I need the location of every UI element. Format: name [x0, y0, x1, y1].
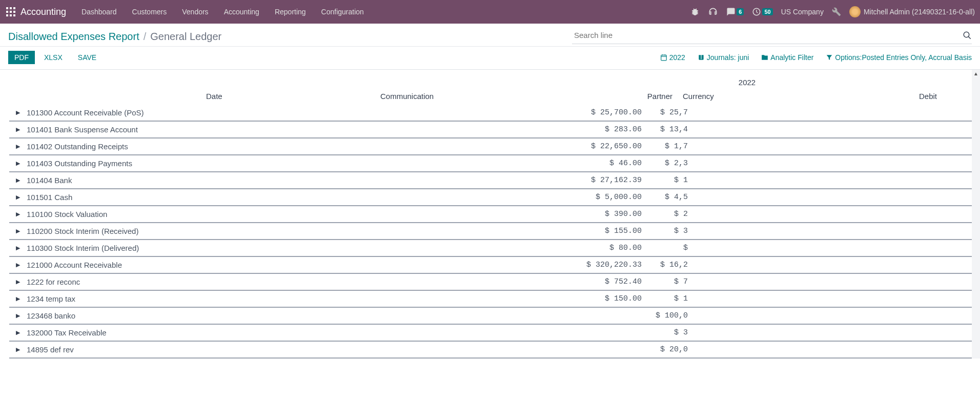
credit-value: $ — [647, 244, 689, 252]
credit-value: $ 20,0 — [647, 345, 689, 354]
filter-options[interactable]: Options:Posted Entries Only, Accrual Bas… — [826, 53, 972, 62]
account-name[interactable]: 101403 Outstanding Payments — [27, 159, 534, 168]
caret-right-icon[interactable]: ▶ — [9, 329, 27, 336]
filter-controls: 2022 Journals: juni Analytic Filter Opti… — [660, 53, 972, 62]
account-name[interactable]: 101401 Bank Suspense Account — [27, 125, 534, 134]
messages-icon[interactable]: 6 — [726, 7, 744, 16]
filter-date[interactable]: 2022 — [660, 53, 685, 62]
debit-value: $ 27,162.39 — [534, 176, 647, 185]
filter-analytic[interactable]: Analytic Filter — [761, 53, 813, 62]
table-row[interactable]: ▶110200 Stock Interim (Received)$ 155.00… — [9, 223, 980, 240]
vertical-scrollbar[interactable]: ▲ — [972, 70, 980, 359]
debit-value: $ 5,000.00 — [534, 193, 647, 202]
col-partner: Partner — [621, 92, 672, 101]
bug-icon[interactable] — [690, 7, 700, 16]
table-row[interactable]: ▶101300 Account Receivable (PoS)$ 25,700… — [9, 105, 980, 122]
caret-right-icon[interactable]: ▶ — [9, 194, 27, 201]
activities-icon[interactable]: 50 — [752, 7, 772, 16]
table-row[interactable]: ▶132000 Tax Receivable$ 3 — [9, 325, 980, 342]
caret-right-icon[interactable]: ▶ — [9, 295, 27, 302]
col-communication: Communication — [268, 92, 621, 101]
pdf-button[interactable]: PDF — [8, 51, 35, 64]
caret-right-icon[interactable]: ▶ — [9, 160, 27, 167]
svg-rect-7 — [10, 14, 12, 16]
caret-right-icon[interactable]: ▶ — [9, 211, 27, 217]
account-name[interactable]: 110100 Stock Valuation — [27, 210, 534, 219]
caret-right-icon[interactable]: ▶ — [9, 143, 27, 150]
subheader: Disallowed Expenses Report / General Led… — [0, 24, 980, 47]
caret-right-icon[interactable]: ▶ — [9, 228, 27, 234]
breadcrumb-first[interactable]: Disallowed Expenses Report — [8, 31, 139, 43]
search-icon[interactable] — [963, 31, 972, 40]
table-row[interactable]: ▶14895 def rev$ 20,0 — [9, 342, 980, 359]
apps-icon[interactable] — [5, 6, 16, 17]
xlsx-button[interactable]: XLSX — [38, 51, 69, 64]
credit-value: $ 2 — [647, 210, 689, 219]
account-name[interactable]: 123468 banko — [27, 311, 534, 320]
account-name[interactable]: 101300 Account Receivable (PoS) — [27, 108, 534, 117]
account-name[interactable]: 110200 Stock Interim (Received) — [27, 227, 534, 235]
menu-customers[interactable]: Customers — [132, 8, 167, 16]
account-name[interactable]: 1234 temp tax — [27, 294, 534, 303]
filter-journals[interactable]: Journals: juni — [698, 53, 749, 62]
caret-right-icon[interactable]: ▶ — [9, 346, 27, 353]
filter-analytic-label: Analytic Filter — [770, 53, 813, 62]
menu-dashboard[interactable]: Dashboard — [81, 8, 117, 16]
table-row[interactable]: ▶101402 Outstanding Receipts$ 22,650.00$… — [9, 138, 980, 155]
caret-right-icon[interactable]: ▶ — [9, 279, 27, 285]
account-name[interactable]: 121000 Account Receivable — [27, 261, 534, 269]
caret-right-icon[interactable]: ▶ — [9, 262, 27, 268]
table-row[interactable]: ▶121000 Account Receivable$ 320,220.33$ … — [9, 257, 980, 274]
scroll-up-icon[interactable]: ▲ — [972, 70, 980, 77]
account-name[interactable]: 1222 for reconc — [27, 277, 534, 286]
table-row[interactable]: ▶101501 Cash$ 5,000.00$ 4,5 — [9, 189, 980, 206]
column-headers: Date Communication Partner Currency Debi… — [9, 90, 980, 105]
account-name[interactable]: 132000 Tax Receivable — [27, 328, 534, 337]
filter-journals-label: Journals: juni — [707, 53, 749, 62]
table-row[interactable]: ▶101404 Bank$ 27,162.39$ 1 — [9, 172, 980, 189]
menu-accounting[interactable]: Accounting — [224, 8, 259, 16]
credit-value: $ 3 — [647, 227, 689, 235]
search-box — [572, 29, 972, 44]
user-name: Mitchell Admin (21490321-16-0-all) — [864, 8, 975, 16]
credit-value: $ 13,4 — [647, 125, 689, 134]
account-name[interactable]: 110300 Stock Interim (Delivered) — [27, 244, 534, 252]
support-icon[interactable] — [708, 7, 718, 17]
debit-value: $ 283.06 — [534, 125, 647, 134]
caret-right-icon[interactable]: ▶ — [9, 109, 27, 116]
account-name[interactable]: 14895 def rev — [27, 345, 534, 354]
avatar — [849, 6, 861, 17]
table-row[interactable]: ▶1234 temp tax$ 150.00$ 1 — [9, 291, 980, 308]
book-icon — [698, 54, 705, 61]
table-row[interactable]: ▶101401 Bank Suspense Account$ 283.06$ 1… — [9, 122, 980, 138]
user-menu[interactable]: Mitchell Admin (21490321-16-0-all) — [849, 6, 975, 17]
col-date: Date — [206, 92, 268, 101]
caret-right-icon[interactable]: ▶ — [9, 126, 27, 133]
app-name[interactable]: Accounting — [21, 7, 66, 17]
col-currency: Currency — [672, 92, 734, 101]
save-button[interactable]: SAVE — [72, 51, 103, 64]
table-row[interactable]: ▶101403 Outstanding Payments$ 46.00$ 2,3 — [9, 155, 980, 172]
account-name[interactable]: 101404 Bank — [27, 176, 534, 185]
topbar-right: 6 50 US Company Mitchell Admin (21490321… — [690, 6, 975, 17]
table-row[interactable]: ▶1222 for reconc$ 752.40$ 7 — [9, 274, 980, 291]
menu-configuration[interactable]: Configuration — [321, 8, 364, 16]
caret-right-icon[interactable]: ▶ — [9, 245, 27, 251]
menu-reporting[interactable]: Reporting — [275, 8, 306, 16]
table-row[interactable]: ▶110100 Stock Valuation$ 390.00$ 2 — [9, 206, 980, 223]
search-input[interactable] — [572, 29, 958, 42]
table-row[interactable]: ▶110300 Stock Interim (Delivered)$ 80.00… — [9, 240, 980, 257]
debit-value: $ 25,700.00 — [534, 108, 647, 117]
company-selector[interactable]: US Company — [781, 8, 824, 16]
svg-rect-1 — [10, 7, 12, 9]
debit-value: $ 752.40 — [534, 277, 647, 286]
credit-value: $ 2,3 — [647, 159, 689, 168]
account-name[interactable]: 101402 Outstanding Receipts — [27, 142, 534, 151]
tools-icon[interactable] — [832, 7, 841, 16]
caret-right-icon[interactable]: ▶ — [9, 312, 27, 319]
account-name[interactable]: 101501 Cash — [27, 193, 534, 202]
caret-right-icon[interactable]: ▶ — [9, 177, 27, 184]
debit-value: $ 46.00 — [534, 159, 647, 168]
table-row[interactable]: ▶123468 banko$ 100,0 — [9, 308, 980, 325]
menu-vendors[interactable]: Vendors — [182, 8, 208, 16]
